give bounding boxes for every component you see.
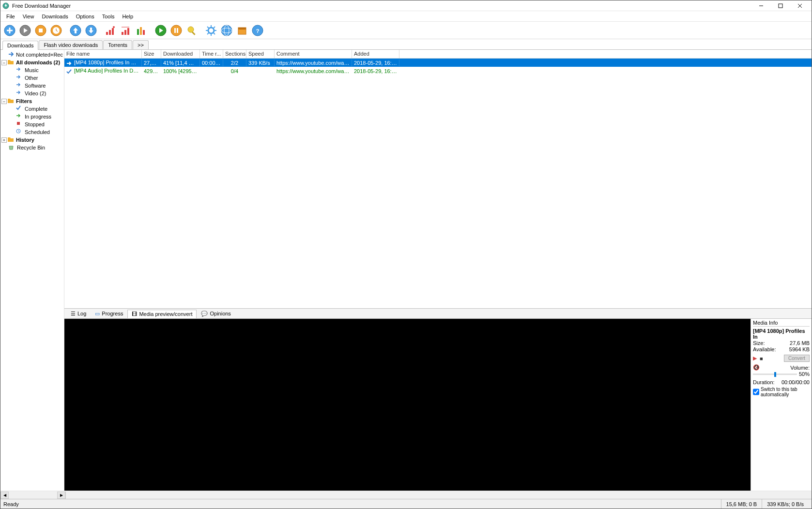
col-added[interactable]: Added [352,50,399,58]
close-button[interactable] [790,1,810,11]
collapse-icon[interactable]: − [1,60,7,65]
stop-button[interactable] [33,23,48,38]
svg-rect-42 [238,28,246,30]
tree-complete[interactable]: Complete [0,105,64,113]
menu-options[interactable]: Options [72,13,98,20]
collapse-icon[interactable]: − [1,99,7,104]
sidebar: Not completed+Rec −All downloads (2) Mus… [0,50,64,491]
play-icon[interactable]: ▶ [753,355,757,361]
add-download-button[interactable] [2,23,17,38]
main-tabs: Downloads Flash video downloads Torrents… [0,39,812,50]
col-size[interactable]: Size [142,50,161,58]
maximize-button[interactable] [771,1,790,11]
cell-time [200,71,223,72]
expand-icon[interactable]: + [1,137,7,143]
complete-icon [66,69,73,74]
media-info-header: Media Info [753,320,810,327]
svg-rect-15 [112,28,114,35]
stats2-button[interactable] [119,23,133,38]
tab-more[interactable]: >> [133,40,149,49]
svg-rect-25 [174,28,176,33]
btab-media[interactable]: 🎞Media preview/convert [127,310,197,318]
tab-torrents[interactable]: Torrents [103,40,132,49]
help-button[interactable]: ? [250,23,265,38]
btab-label: Opinions [210,311,230,316]
tree-software[interactable]: Software [0,82,64,90]
stats1-button[interactable] [103,23,118,38]
col-time[interactable]: Time r... [200,50,223,58]
convert-button[interactable]: Convert [784,355,810,362]
start-all-button[interactable] [153,23,168,38]
svg-rect-13 [106,32,108,35]
cell-added: 2018-05-29, 16:45:01 [352,68,399,75]
tree-label: Not completed+Rec [16,52,63,58]
list-header: File name Size Downloaded Time r... Sect… [64,50,812,59]
settings-button[interactable] [204,23,218,38]
library-button[interactable] [235,23,249,38]
btab-opinions[interactable]: 💬Opinions [197,309,235,318]
menu-tools[interactable]: Tools [98,13,119,20]
volume-value: 50% [799,371,810,377]
svg-point-24 [171,25,182,36]
svg-line-34 [207,27,209,28]
minimize-button[interactable] [751,1,771,11]
menu-downloads[interactable]: Downloads [38,13,72,20]
check-icon [16,105,23,112]
tree-scheduled[interactable]: Scheduled [0,128,64,136]
recycle-icon [8,144,15,151]
tree-all-downloads[interactable]: −All downloads (2) [0,59,64,66]
tab-flash[interactable]: Flash video downloads [39,40,103,49]
col-downloaded[interactable]: Downloaded [161,50,200,58]
move-down-button[interactable] [84,23,98,38]
col-sections[interactable]: Sections [223,50,246,58]
find-button[interactable] [184,23,199,38]
tree-other[interactable]: Other [0,74,64,82]
tree-recycle[interactable]: Recycle Bin [0,144,64,151]
volume-slider[interactable] [753,374,797,375]
scroll-left-button[interactable]: ◀ [0,492,9,499]
menu-view[interactable]: View [19,13,38,20]
app-icon [2,2,9,9]
tab-downloads[interactable]: Downloads [2,41,38,50]
stop-icon[interactable]: ■ [760,356,763,361]
cell-sections: 0/4 [223,68,246,75]
scroll-track[interactable] [9,492,57,499]
download-row[interactable]: [MP4 1080p] Profiles In Disco: ... 27,6 … [64,59,812,67]
download-row[interactable]: [MP4 Audio] Profiles In Disco ... 4295 .… [64,67,812,75]
tree-in-progress[interactable]: In progress [0,113,64,120]
menu-help[interactable]: Help [118,13,137,20]
tree-history[interactable]: +History [0,136,64,144]
col-speed[interactable]: Speed [246,50,275,58]
browser-button[interactable] [219,23,234,38]
tree-label: Complete [25,106,47,112]
tree-video[interactable]: Video (2) [0,90,64,97]
move-up-button[interactable] [68,23,83,38]
pause-all-button[interactable] [169,23,184,38]
tree-filters[interactable]: −Filters [0,97,64,105]
cell-size: 27,6 I ... [142,60,161,66]
scroll-right-button[interactable]: ▶ [57,492,65,499]
tree-stopped[interactable]: Stopped [0,120,64,128]
start-button[interactable] [18,23,32,38]
tree-not-completed[interactable]: Not completed+Rec [0,51,64,59]
btab-progress[interactable]: ▭Progress [91,309,127,318]
stats3-button[interactable] [134,23,149,38]
media-title: [MP4 1080p] Profiles In [753,328,810,340]
col-comment[interactable]: Comment [275,50,352,58]
folder-icon [7,59,14,66]
titlebar: Free Download Manager [0,0,812,11]
clock-icon [16,129,23,135]
status-speed: 339 KB/s; 0 B/s [762,499,809,509]
cell-comment: https://www.youtube.com/watch ... [275,68,352,75]
schedule-button[interactable] [49,23,63,38]
switch-checkbox[interactable] [753,387,759,397]
mute-icon[interactable]: 🔇 [753,364,760,371]
menu-file[interactable]: File [2,13,19,20]
col-file[interactable]: File name [64,50,142,58]
svg-rect-28 [192,31,196,35]
tree-music[interactable]: Music [0,66,64,74]
main-scroll-track[interactable] [65,492,812,499]
btab-log[interactable]: ☰Log [66,309,91,318]
tree-label: Music [25,67,39,73]
media-preview[interactable] [64,319,751,491]
